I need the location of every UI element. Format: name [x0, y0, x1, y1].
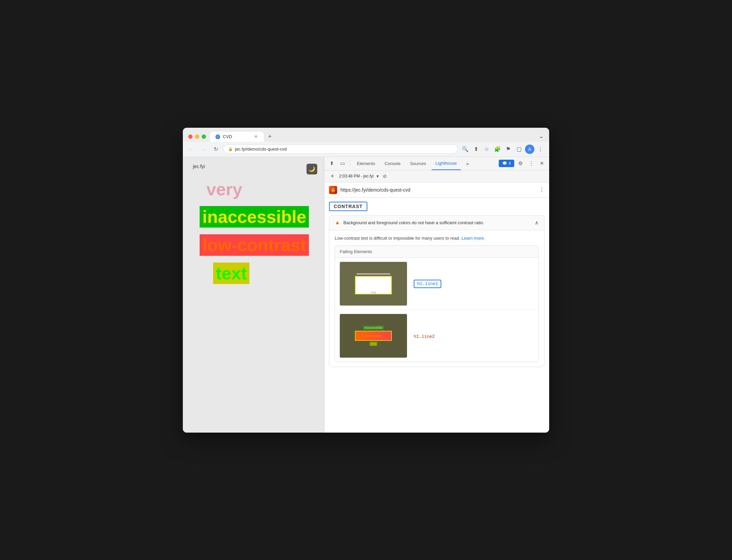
- more-options-icon[interactable]: ⋮: [536, 145, 545, 154]
- chat-icon: 💬: [502, 161, 507, 166]
- failing-elements-header: Failing Elements: [335, 246, 538, 258]
- tab-console[interactable]: Console: [380, 157, 405, 170]
- minimize-traffic-light[interactable]: [195, 134, 199, 139]
- devtools-secondary-bar: + 2:03:48 PM - jec.fyi ▾ ⊘: [324, 170, 549, 183]
- add-audit-button[interactable]: +: [328, 172, 336, 180]
- bookmark-icon[interactable]: ☆: [482, 145, 491, 154]
- thumb2-inaccessible-text: inaccessible: [363, 326, 384, 330]
- failing-element-row-2: inaccessible low-contrast text h1.line2: [335, 310, 538, 362]
- back-button[interactable]: ←: [187, 145, 196, 154]
- collapse-button[interactable]: ∧: [535, 219, 539, 226]
- more-button[interactable]: ⋮: [526, 159, 536, 168]
- extension-icon[interactable]: 🧩: [493, 145, 502, 154]
- demo-text-very: very: [206, 179, 242, 199]
- thumb-bg-text-1: very: [356, 291, 391, 294]
- nav-bar: ← → ↻ 🔒 jec.fyi/demo/cds-quest-cvd 🔍 ⬆ ☆…: [183, 142, 549, 157]
- forward-button[interactable]: →: [199, 145, 208, 154]
- refresh-button[interactable]: ↻: [211, 145, 220, 154]
- demo-text-inaccessible: inaccessible: [200, 206, 309, 228]
- toolbar-separator: [350, 160, 350, 167]
- moon-button[interactable]: 🌙: [307, 164, 317, 174]
- element-selector-1[interactable]: h1.line1: [414, 280, 441, 288]
- contrast-badge-area: CONTRAST: [324, 198, 549, 215]
- tab-chevron[interactable]: ⌄: [539, 132, 544, 141]
- audit-card-body: Low-contrast text is difficult or imposs…: [329, 230, 544, 367]
- audit-timestamp: 2:03:48 PM - jec.fyi: [339, 174, 374, 178]
- learn-more-link[interactable]: Learn more: [461, 236, 484, 241]
- failing-elements-card: Failing Elements very h1.line1: [335, 245, 539, 362]
- devtools-toolbar: ⬆ ▭ Elements Console Sources Lighthouse …: [324, 157, 549, 170]
- active-tab[interactable]: C CVD ✕: [210, 132, 264, 142]
- nav-icons: 🔍 ⬆ ☆ 🧩 ⚑ ▢ A ⋮: [460, 145, 545, 154]
- tab-favicon: C: [215, 134, 220, 139]
- tab-close-button[interactable]: ✕: [253, 134, 258, 139]
- window-icon[interactable]: ▢: [514, 145, 524, 154]
- title-bar: C CVD ✕ + ⌄: [183, 128, 549, 142]
- thumb2-box-text: low-contrast: [365, 334, 381, 337]
- element-thumbnail-1: very: [340, 262, 407, 306]
- thumb2-box: low-contrast: [355, 331, 392, 341]
- tab-bar: C CVD ✕ +: [210, 132, 535, 142]
- selector-badge-2: h1.line2: [414, 334, 435, 339]
- element-thumbnail-2: inaccessible low-contrast text: [340, 314, 407, 358]
- audit-description: Low-contrast text is difficult or imposs…: [335, 235, 539, 242]
- audit-card: ▲ Background and foreground colors do no…: [329, 215, 544, 367]
- chat-count: 4: [509, 161, 511, 166]
- profile-button[interactable]: A: [525, 145, 534, 154]
- element-selector-2[interactable]: h1.line2: [414, 333, 435, 339]
- failing-element-row-1: very h1.line1: [335, 258, 538, 310]
- cancel-button[interactable]: ⊘: [381, 173, 388, 179]
- thumb2-text: text: [370, 342, 377, 346]
- demo-text-text: text: [213, 263, 249, 284]
- settings-button[interactable]: ⚙: [516, 159, 525, 168]
- tab-elements[interactable]: Elements: [353, 157, 379, 170]
- tab-lighthouse[interactable]: Lighthouse: [432, 157, 461, 170]
- report-url-bar: 🔒 https://jec.fyi/demo/cds-quest-cvd ⋮: [324, 183, 549, 198]
- device-tool-button[interactable]: ▭: [338, 159, 347, 168]
- devtools-panel: ⬆ ▭ Elements Console Sources Lighthouse …: [324, 157, 549, 433]
- flag-icon[interactable]: ⚑: [503, 145, 513, 154]
- more-tabs-button[interactable]: »: [463, 159, 472, 168]
- new-tab-button[interactable]: +: [265, 132, 275, 142]
- thumb-inner-1: [357, 273, 390, 275]
- traffic-lights: [188, 134, 206, 139]
- audit-header-text: Background and foreground colors do not …: [343, 220, 531, 225]
- selector-badge-1: h1.line1: [414, 280, 441, 288]
- close-devtools-button[interactable]: ✕: [537, 159, 546, 168]
- demo-text-low-contrast: low-contrast: [200, 234, 309, 256]
- share-icon[interactable]: ⬆: [471, 145, 481, 154]
- search-icon[interactable]: 🔍: [460, 145, 470, 154]
- chat-button[interactable]: 💬 4: [499, 160, 514, 167]
- url-text: jec.fyi/demo/cds-quest-cvd: [235, 147, 287, 152]
- site-label: jec.fyi: [193, 164, 205, 169]
- report-icon: 🔒: [329, 186, 337, 194]
- close-traffic-light[interactable]: [188, 134, 193, 139]
- report-more-button[interactable]: ⋮: [539, 187, 544, 193]
- dropdown-button[interactable]: ▾: [376, 173, 379, 179]
- lock-icon: 🔒: [228, 147, 233, 151]
- thumb-box-1: very: [355, 276, 392, 294]
- page-preview: jec.fyi 🌙 very inaccessible low-contrast…: [183, 157, 324, 433]
- tab-title: CVD: [223, 134, 232, 139]
- moon-icon: 🌙: [309, 166, 315, 172]
- address-bar[interactable]: 🔒 jec.fyi/demo/cds-quest-cvd: [223, 145, 458, 154]
- main-area: jec.fyi 🌙 very inaccessible low-contrast…: [183, 157, 549, 433]
- contrast-badge[interactable]: CONTRAST: [329, 202, 367, 211]
- maximize-traffic-light[interactable]: [202, 134, 206, 139]
- cursor-tool-button[interactable]: ⬆: [327, 159, 336, 168]
- audit-card-header[interactable]: ▲ Background and foreground colors do no…: [329, 215, 544, 230]
- report-url: https://jec.fyi/demo/cds-quest-cvd: [340, 187, 536, 193]
- browser-window: C CVD ✕ + ⌄ ← → ↻ 🔒 jec.fyi/demo/cds-que…: [183, 128, 549, 433]
- tab-sources[interactable]: Sources: [406, 157, 430, 170]
- warning-icon: ▲: [335, 219, 340, 226]
